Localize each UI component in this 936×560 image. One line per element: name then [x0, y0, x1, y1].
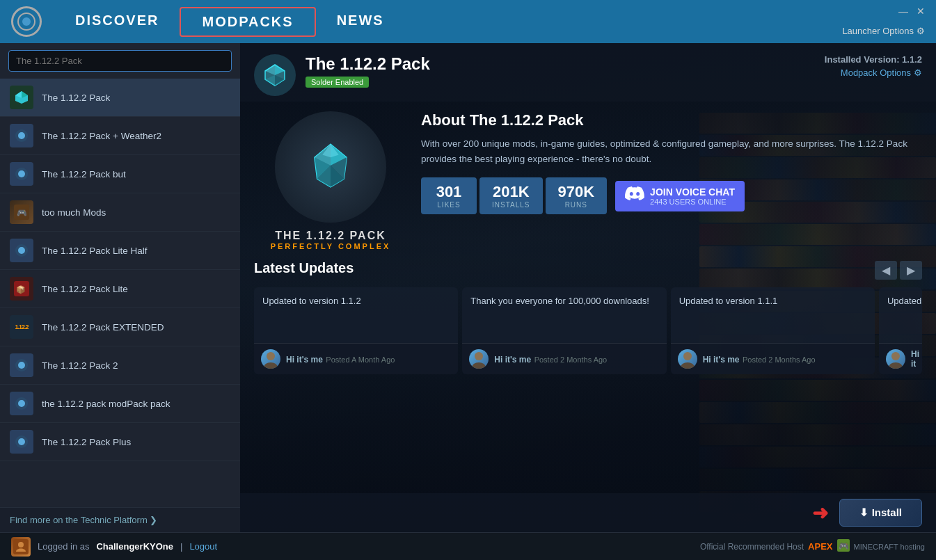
- list-item[interactable]: 📦 The 1.12.2 Pack Lite: [0, 270, 240, 308]
- svg-point-35: [264, 362, 278, 369]
- logged-in-label: Logged in as: [38, 541, 89, 552]
- tab-discover[interactable]: DISCOVER: [54, 7, 180, 37]
- list-item[interactable]: The 1.12.2 Pack 2: [0, 346, 240, 385]
- list-item[interactable]: The 1.12.2 Pack Lite Half: [0, 232, 240, 270]
- launcher-options-button[interactable]: Launcher Options ⚙: [842, 26, 925, 36]
- close-button[interactable]: ✕: [917, 6, 925, 17]
- list-item-label: The 1.12.2 Pack Lite Half: [42, 246, 148, 256]
- updates-prev-button[interactable]: ◀: [875, 261, 897, 280]
- list-item-label: The 1.12.2 Pack + Weather2: [42, 131, 161, 141]
- svg-point-1: [22, 17, 31, 26]
- update-card: Updated to version 1.1.1 Hi it's me Post…: [671, 287, 875, 374]
- stat-likes-label: LIKES: [434, 201, 464, 209]
- discord-title: JOIN VOICE CHAT: [650, 186, 735, 198]
- technic-platform-link[interactable]: Find more on the Technic Platform ❯: [0, 507, 240, 532]
- stats-row: 301 LIKES 201K INSTALLS 970K RUNS: [421, 177, 922, 214]
- avatar: [678, 349, 697, 369]
- bottom-bar: Logged in as ChallengerKYOne | Logout Of…: [0, 532, 936, 560]
- apex-logo: APEX: [808, 541, 832, 552]
- user-info: Logged in as ChallengerKYOne | Logout: [11, 537, 217, 557]
- update-card-partial: Updated Hi it: [879, 287, 922, 374]
- update-card-footer: Hi it's me Posted A Month Ago: [254, 343, 458, 374]
- about-text-area: About The 1.12.2 Pack With over 200 uniq…: [421, 111, 922, 250]
- posted-time: Posted 2 Months Ago: [534, 355, 608, 364]
- arrow-icon: ➜: [812, 502, 828, 525]
- svg-text:🎮: 🎮: [839, 541, 849, 551]
- list-item-label: The 1.12.2 Pack Plus: [42, 437, 131, 447]
- about-section: THE 1.12.2 PACK PERFECTLY COMPLEX About …: [240, 102, 936, 260]
- poster-name: Hi it's me: [494, 355, 531, 365]
- list-item-label: The 1.12.2 Pack: [42, 93, 110, 103]
- pack-logo-title: THE 1.12.2 PACK: [271, 230, 391, 242]
- svg-text:📦: 📦: [16, 285, 26, 294]
- pack-icon: 📦: [10, 277, 33, 301]
- pack-icon: [10, 86, 33, 109]
- installed-version: Installed Version: 1.1.2: [825, 54, 922, 65]
- svg-point-36: [475, 352, 483, 360]
- list-item[interactable]: the 1.12.2 pack modPack pack: [0, 385, 240, 423]
- app-logo[interactable]: [11, 6, 42, 37]
- minimize-button[interactable]: —: [898, 6, 908, 17]
- update-card-body: Updated to version 1.1.2: [254, 287, 458, 343]
- update-card-footer: Hi it's me Posted 2 Months Ago: [671, 343, 875, 374]
- list-item[interactable]: The 1.12.2 Pack + Weather2: [0, 117, 240, 155]
- list-item[interactable]: The 1.12.2 Pack but: [0, 155, 240, 193]
- pack-visual: THE 1.12.2 PACK PERFECTLY COMPLEX: [254, 111, 407, 250]
- tab-news[interactable]: NEWS: [316, 7, 405, 37]
- svg-point-12: [18, 247, 25, 254]
- list-item[interactable]: The 1.12.2 Pack Plus: [0, 423, 240, 461]
- host-info: Official Recommended Host APEX 🎮 MINECRA…: [700, 539, 925, 554]
- svg-point-43: [18, 542, 24, 547]
- gear-icon: ⚙: [914, 67, 922, 78]
- logout-button[interactable]: Logout: [189, 541, 217, 552]
- updates-nav: ◀ ▶: [875, 261, 922, 280]
- list-item[interactable]: The 1.12.2 Pack: [0, 79, 240, 117]
- search-input[interactable]: [8, 50, 232, 72]
- list-item[interactable]: 1.12.2 The 1.12.2 Pack EXTENDED: [0, 308, 240, 346]
- install-button[interactable]: ⬇ Install: [839, 499, 922, 527]
- minecraft-icon: 🎮: [837, 539, 850, 554]
- avatar: [886, 349, 905, 369]
- stat-likes: 301 LIKES: [421, 177, 477, 214]
- pack-main-icon: [254, 54, 296, 96]
- discord-icon: [625, 186, 644, 206]
- svg-point-8: [18, 170, 25, 177]
- solder-badge: Solder Enabled: [306, 77, 369, 88]
- pack-meta-right: Installed Version: 1.1.2 Modpack Options…: [825, 54, 922, 78]
- svg-point-6: [18, 132, 25, 139]
- update-card-partial-footer: Hi it: [879, 343, 922, 374]
- separator: |: [180, 541, 182, 552]
- stat-installs-number: 201K: [492, 183, 530, 201]
- discord-button[interactable]: JOIN VOICE CHAT 2443 USERS ONLINE: [615, 181, 745, 211]
- update-poster-info: Hi it's me Posted 2 Months Ago: [703, 353, 816, 365]
- stat-likes-number: 301: [434, 183, 464, 201]
- content-inner: The 1.12.2 Pack Solder Enabled Installed…: [240, 43, 936, 532]
- posted-time: Posted 2 Months Ago: [743, 355, 816, 364]
- stat-installs-label: INSTALLS: [492, 201, 530, 209]
- svg-text:🎮: 🎮: [17, 207, 27, 218]
- pack-icon: [10, 353, 33, 377]
- update-poster-info: Hi it's me Posted 2 Months Ago: [494, 353, 607, 365]
- about-text: With over 200 unique mods, in-game guide…: [421, 136, 922, 166]
- stat-runs-label: RUNS: [558, 201, 595, 209]
- technic-platform-label: Find more on the Technic Platform ❯: [10, 515, 157, 525]
- pack-logo-circle: [275, 111, 386, 223]
- svg-point-40: [891, 352, 900, 360]
- sidebar-list: The 1.12.2 Pack The 1.12.2 Pack + Weathe…: [0, 79, 240, 507]
- list-item-label: The 1.12.2 Pack but: [42, 169, 126, 179]
- poster-name: Hi it's me: [703, 355, 740, 365]
- pack-logo-text: THE 1.12.2 PACK PERFECTLY COMPLEX: [271, 230, 391, 250]
- install-area: ➜ ⬇ Install: [240, 493, 936, 532]
- updates-next-button[interactable]: ▶: [900, 261, 922, 280]
- modpack-options-label: Modpack Options: [841, 67, 911, 78]
- username-label: ChallengerKYOne: [96, 541, 173, 552]
- svg-point-18: [18, 400, 25, 407]
- modpack-options-button[interactable]: Modpack Options ⚙: [825, 67, 922, 78]
- list-item[interactable]: 🎮 too much Mods: [0, 193, 240, 232]
- pack-icon: [10, 124, 33, 147]
- svg-point-37: [472, 362, 486, 369]
- main-area: The 1.12.2 Pack The 1.12.2 Pack + Weathe…: [0, 43, 936, 532]
- svg-point-16: [18, 362, 25, 369]
- tab-modpacks[interactable]: MODPACKS: [180, 7, 315, 37]
- pack-icon: [10, 239, 33, 262]
